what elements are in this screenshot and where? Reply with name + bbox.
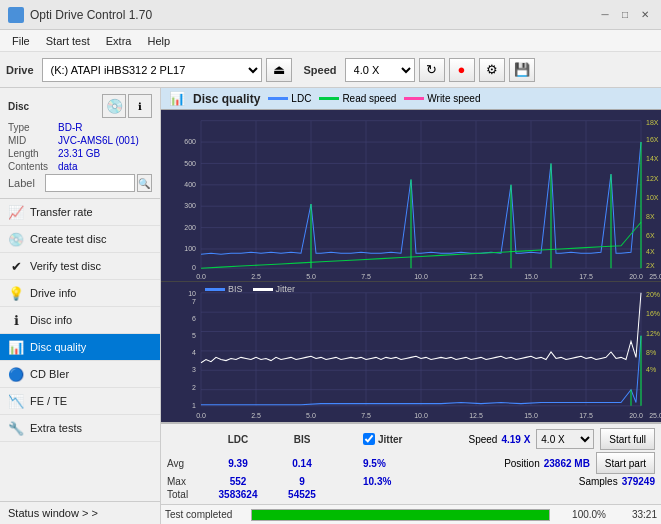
extra-tests-icon: 🔧 (8, 420, 24, 436)
nav-transfer-rate[interactable]: 📈 Transfer rate (0, 199, 160, 226)
start-full-button[interactable]: Start full (600, 428, 655, 450)
transfer-rate-icon: 📈 (8, 204, 24, 220)
status-window-label: Status window > > (8, 507, 98, 519)
status-window[interactable]: Status window > > (0, 501, 160, 524)
write-speed-label: Write speed (427, 93, 480, 104)
title-bar-left: Opti Drive Control 1.70 (8, 7, 152, 23)
lower-chart-legend: BIS Jitter (205, 284, 295, 294)
stats-row-1: LDC BIS Jitter Speed 4.19 X 4.0 X (167, 428, 655, 450)
svg-text:10X: 10X (646, 193, 659, 202)
disc-type-value: BD-R (58, 122, 82, 133)
start-part-button[interactable]: Start part (596, 452, 655, 474)
disc-label-label: Label (8, 177, 45, 189)
speed-current-value: 4.19 X (501, 434, 530, 445)
nav-cd-bier[interactable]: 🔵 CD BIer (0, 361, 160, 388)
speed-select[interactable]: 4.0 X (345, 58, 415, 82)
jitter-header-label: Jitter (378, 434, 402, 445)
ldc-header: LDC (209, 434, 267, 445)
nav-create-test-disc-label: Create test disc (30, 233, 106, 245)
disc-section-label: Disc (8, 101, 29, 112)
svg-text:7.5: 7.5 (361, 410, 371, 419)
speed-dropdown[interactable]: 4.0 X (536, 429, 594, 449)
stats-row-2: Avg 9.39 0.14 9.5% Position 23862 MB Sta… (167, 452, 655, 474)
nav-drive-info[interactable]: 💡 Drive info (0, 280, 160, 307)
progress-bar-inner (252, 510, 549, 520)
svg-text:5.0: 5.0 (306, 410, 316, 419)
svg-text:1: 1 (192, 401, 196, 410)
title-bar: Opti Drive Control 1.70 ─ □ ✕ (0, 0, 661, 30)
nav-disc-info[interactable]: ℹ Disc info (0, 307, 160, 334)
svg-text:4%: 4% (646, 365, 657, 374)
svg-text:400: 400 (184, 180, 196, 189)
disc-quality-icon: 📊 (8, 339, 24, 355)
disc-label-input[interactable] (45, 174, 135, 192)
disc-info-btn[interactable]: ℹ (128, 94, 152, 118)
drive-label: Drive (6, 64, 34, 76)
main-area: Disc 💿 ℹ Type BD-R MID JVC-AMS6L (001) L… (0, 88, 661, 524)
settings-button[interactable]: ⚙ (479, 58, 505, 82)
eject-button[interactable]: ⏏ (266, 58, 292, 82)
bis-total-value: 54525 (273, 489, 331, 500)
menu-file[interactable]: File (4, 33, 38, 49)
bis-max-value: 9 (273, 476, 331, 487)
fe-te-icon: 📉 (8, 393, 24, 409)
nav-extra-tests[interactable]: 🔧 Extra tests (0, 415, 160, 442)
svg-text:17.5: 17.5 (579, 272, 593, 281)
disc-panel: Disc 💿 ℹ Type BD-R MID JVC-AMS6L (001) L… (0, 88, 160, 199)
jitter-label: Jitter (276, 284, 296, 294)
save-button[interactable]: 💾 (509, 58, 535, 82)
create-test-disc-icon: 💿 (8, 231, 24, 247)
disc-label-btn[interactable]: 🔍 (137, 174, 152, 192)
svg-text:17.5: 17.5 (579, 410, 593, 419)
max-label: Max (167, 476, 203, 487)
legend-jitter: Jitter (253, 284, 296, 294)
bis-avg-value: 0.14 (273, 458, 331, 469)
menu-start-test[interactable]: Start test (38, 33, 98, 49)
nav-fe-te-label: FE / TE (30, 395, 67, 407)
minimize-button[interactable]: ─ (597, 7, 613, 23)
nav-fe-te[interactable]: 📉 FE / TE (0, 388, 160, 415)
read-speed-color (319, 97, 339, 100)
progress-status: Test completed (165, 509, 245, 520)
refresh-button[interactable]: ↻ (419, 58, 445, 82)
app-icon (8, 7, 24, 23)
svg-text:600: 600 (184, 137, 196, 146)
speed-label: Speed (304, 64, 337, 76)
nav-verify-test-disc[interactable]: ✔ Verify test disc (0, 253, 160, 280)
svg-text:18X: 18X (646, 118, 659, 127)
disc-icon-btn[interactable]: 💿 (102, 94, 126, 118)
disc-type-label: Type (8, 122, 58, 133)
nav-items: 📈 Transfer rate 💿 Create test disc ✔ Ver… (0, 199, 160, 501)
svg-text:5: 5 (192, 331, 196, 340)
svg-text:300: 300 (184, 201, 196, 210)
nav-disc-quality[interactable]: 📊 Disc quality (0, 334, 160, 361)
maximize-button[interactable]: □ (617, 7, 633, 23)
record-button[interactable]: ● (449, 58, 475, 82)
disc-contents-row: Contents data (8, 161, 152, 172)
nav-create-test-disc[interactable]: 💿 Create test disc (0, 226, 160, 253)
nav-disc-quality-label: Disc quality (30, 341, 86, 353)
jitter-checkbox[interactable] (363, 433, 375, 445)
jitter-max-value: 10.3% (363, 476, 413, 487)
close-button[interactable]: ✕ (637, 7, 653, 23)
content-header: 📊 Disc quality LDC Read speed Write spee… (161, 88, 661, 110)
svg-text:3: 3 (192, 365, 196, 374)
svg-text:200: 200 (184, 223, 196, 232)
title-bar-controls: ─ □ ✕ (597, 7, 653, 23)
svg-text:12%: 12% (646, 329, 661, 338)
content-header-icon: 📊 (169, 91, 185, 106)
nav-cd-bier-label: CD BIer (30, 368, 69, 380)
jitter-avg-value: 9.5% (363, 458, 413, 469)
menu-extra[interactable]: Extra (98, 33, 140, 49)
lower-chart: BIS Jitter (161, 281, 661, 422)
svg-text:2: 2 (192, 382, 196, 391)
svg-text:15.0: 15.0 (524, 410, 538, 419)
drive-info-icon: 💡 (8, 285, 24, 301)
disc-mid-value: JVC-AMS6L (001) (58, 135, 139, 146)
stats-row-3: Max 552 9 10.3% Samples 379249 (167, 476, 655, 487)
jitter-header-area: Jitter (363, 433, 402, 445)
drive-select[interactable]: (K:) ATAPI iHBS312 2 PL17 (42, 58, 262, 82)
menu-help[interactable]: Help (139, 33, 178, 49)
nav-verify-test-disc-label: Verify test disc (30, 260, 101, 272)
svg-text:2.5: 2.5 (251, 410, 261, 419)
